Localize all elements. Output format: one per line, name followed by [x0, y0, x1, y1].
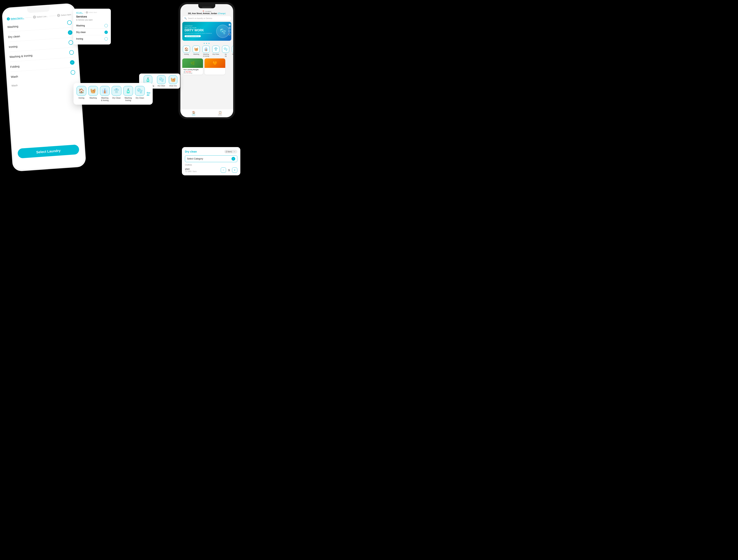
- cart-badge-text: (3 item): [226, 151, 232, 153]
- checkbox-folding[interactable]: [70, 60, 75, 65]
- banner-dots: • • •: [180, 42, 233, 45]
- cart-item-info: shirt 70 SAR / Item: [185, 168, 197, 173]
- laundry-card-2[interactable]: 🧡: [205, 58, 225, 75]
- float-washing-ironing-label: Washing& Ironing: [101, 97, 108, 102]
- fcat-clean-dry-label: Clean Dry': [169, 85, 177, 87]
- washing-label: Washing: [194, 53, 199, 55]
- float-see-all[interactable]: See All: [147, 92, 150, 96]
- nav-home[interactable]: 🏠 Home: [180, 109, 207, 117]
- step-2-num: 2: [33, 15, 36, 19]
- dry-clean-icon: 👕: [212, 46, 220, 53]
- location-change[interactable]: (Change): [218, 12, 226, 15]
- service-ironing-label: Ironing: [9, 45, 18, 48]
- step-3[interactable]: 3 Select Item: [57, 13, 71, 17]
- cart-clothes-label: Clothes: [185, 164, 237, 166]
- search-placeholder: Search on laundry or Service: [188, 17, 212, 19]
- float-dry-clean-icon: 👕: [111, 86, 121, 96]
- select-laundry-button[interactable]: Select Laundry: [17, 145, 79, 159]
- svc-ng[interactable]: 🫧 ngng: [222, 46, 230, 57]
- laundry-card-name: Test Laundry Resgite: [183, 69, 202, 70]
- svc-ironing[interactable]: 🏠 Ironing: [182, 46, 191, 55]
- banner-cta[interactable]: GET IN TOUCH WITH US: [184, 35, 201, 37]
- stepper-minus-btn[interactable]: −: [221, 168, 226, 173]
- banner-desc: WASHING & DRY CLEANING AT YOUR CONVIENCE: [184, 33, 212, 34]
- float-ironing-icon: 🏠: [76, 86, 86, 96]
- cart-select-check-icon: ✓: [232, 157, 235, 161]
- float-dry-clean-label: Dry Clean: [112, 97, 121, 99]
- svc-dry-clean[interactable]: 👕 Dry Clean: [212, 46, 220, 55]
- mini-service-3: Ironing: [76, 36, 108, 42]
- nav-orders-label: Orders: [218, 114, 222, 115]
- select-laundry-label: Select Laundry: [36, 149, 61, 154]
- stepper-plus-btn[interactable]: +: [232, 168, 237, 173]
- phone-right: 📍 Location 262, Arar Street, Amman, Jord…: [178, 2, 235, 119]
- ng-label: ngng: [225, 53, 227, 57]
- fcat-dry-clean-icon: 🫧: [157, 75, 166, 84]
- step-divider-1: [25, 17, 32, 18]
- float-svc-dry-clean[interactable]: 👕 Dry Clean: [111, 86, 121, 99]
- float-wi2-icon: 🧴: [123, 86, 133, 96]
- location-address: 262, Arar Street, Amman, Jordan: [188, 12, 217, 15]
- laundry-cards: 🌿 Test Laundry Resgite 📊 Very Bad (443 K…: [180, 58, 233, 75]
- svc-washing-ironing[interactable]: 👔 Washing& Ironing: [202, 46, 210, 57]
- dry-clean-label: Dry Clean: [213, 53, 219, 55]
- float-cart-panel: Dry clean (3 item) − Select Category ✓ C…: [182, 147, 240, 175]
- mini-service-2: Dry clean ✓: [76, 29, 108, 35]
- right-phone-content: 📍 Location 262, Arar Street, Amman, Jord…: [180, 9, 233, 117]
- fcat-dry-clean[interactable]: 🫧 Dry Clean: [157, 75, 166, 87]
- svc-washing[interactable]: 🧺 Washing: [192, 46, 201, 55]
- laundry-card-body: Test Laundry Resgite 📊 Very Bad (443 Km …: [182, 68, 203, 75]
- fcat-clean-dry-icon: 🧺: [169, 75, 177, 84]
- washing-ironing-icon: 👔: [203, 46, 210, 53]
- service-washing-ironing-label: Washing & Ironing: [9, 53, 33, 58]
- services-panel-subtitle: le Service you want: [76, 19, 108, 21]
- nav-orders[interactable]: 📋 Orders: [207, 109, 233, 117]
- phone-right-screen: 📍 Location 262, Arar Street, Amman, Jord…: [180, 4, 233, 117]
- washing-ironing-label: Washing& Ironing: [203, 53, 209, 57]
- search-bar[interactable]: 🔍 Search on laundry or Service: [182, 16, 231, 21]
- cart-title: Dry clean: [185, 150, 197, 153]
- dry-clean-2-icon: 🧴: [232, 46, 233, 53]
- fcat-clean-dry[interactable]: 🧺 Clean Dry': [169, 75, 177, 87]
- laundry-card-1[interactable]: 🌿 Test Laundry Resgite 📊 Very Bad (443 K…: [182, 58, 203, 75]
- banner-we: WE'LL DO YOUR: [184, 27, 212, 29]
- step-2[interactable]: 2 Select Lau...: [33, 15, 48, 19]
- stepper-value: 1: [228, 169, 231, 172]
- banner-circle-img: 🫧: [216, 25, 230, 38]
- checkbox-dryclean[interactable]: [68, 30, 73, 35]
- laundry-card-rating: 📊 Very Bad: [183, 71, 202, 72]
- cart-item-row: shirt 70 SAR / Item − 1 +: [185, 168, 237, 173]
- service-list: Washing Dry clean Ironing Washing & Iron…: [4, 17, 78, 82]
- float-svc-dry-clean-2[interactable]: 🫧 Dry Clean: [135, 86, 145, 99]
- promo-banner: LAUNDRMAT WE'LL DO YOUR DIRTY WORK WASHI…: [182, 22, 231, 41]
- service-folding-label: Folding: [10, 64, 19, 68]
- svc-dry-clean-2[interactable]: 🧴 Dry Clean: [231, 46, 233, 55]
- checkbox-wash[interactable]: [70, 70, 75, 75]
- cart-collapse-btn[interactable]: −: [233, 150, 236, 153]
- services-panel-title: Services: [76, 15, 108, 18]
- float-ironing-label: Ironing: [79, 97, 84, 99]
- cart-select-category[interactable]: Select Category ✓: [185, 156, 237, 162]
- step-1[interactable]: 1 Select Servi...: [7, 16, 24, 20]
- checkbox-washing[interactable]: [67, 20, 72, 25]
- float-svc-washing-ironing[interactable]: 👔 Washing& Ironing: [100, 86, 110, 102]
- step-3-num: 3: [57, 14, 60, 17]
- service-washing-label: Washing: [7, 24, 18, 28]
- search-icon: 🔍: [184, 17, 187, 20]
- float-dc2-icon: 🫧: [135, 86, 145, 96]
- float-service-row: 🏠 Ironing 🧺 Washing 👔 Washing& Ironing 👕…: [76, 86, 150, 102]
- checkbox-washing-ironing[interactable]: [69, 50, 74, 55]
- laundry-card-distance: (443 Km Away): [183, 72, 202, 74]
- service-wash-label: Wash: [11, 75, 18, 78]
- step-divider-2: [49, 15, 56, 16]
- orders-icon: 📋: [219, 111, 222, 114]
- speaker: [202, 7, 212, 8]
- ironing-icon: 🏠: [183, 46, 190, 53]
- laundry-card-2-img: 🧡: [205, 58, 225, 68]
- float-svc-ironing[interactable]: 🏠 Ironing: [76, 86, 86, 99]
- float-dc2-label: Dry Clean: [136, 97, 144, 99]
- fcat-dry-clean-label: Dry Clean: [157, 85, 165, 87]
- float-svc-washing-ironing-2[interactable]: 🧴 WashingIroning: [123, 86, 133, 102]
- float-svc-washing[interactable]: 🧺 Washing: [88, 86, 98, 99]
- checkbox-ironing[interactable]: [68, 40, 73, 45]
